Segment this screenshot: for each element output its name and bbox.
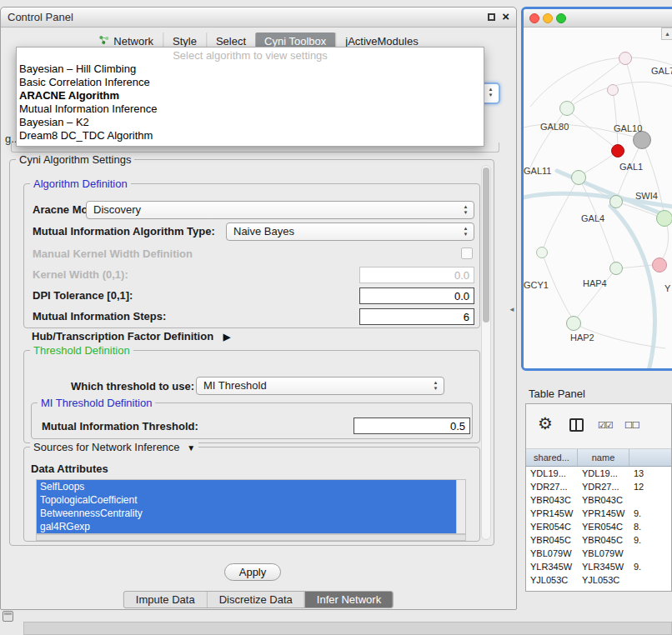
gear-icon[interactable]: ⚙ [538,413,553,433]
group-title: Cyni Algorithm Settings [16,153,134,166]
table-cell[interactable]: YBR043C [526,493,578,507]
attribute-item[interactable]: gal4RGexp [37,520,456,533]
table-cell[interactable]: YBR045C [578,533,629,547]
table-row[interactable]: YBR043CYBR043C [526,493,671,507]
algorithm-option[interactable]: Basic Correlation Inference [17,76,484,89]
table-cell[interactable]: 13 [629,467,671,480]
column-header[interactable]: name [578,449,629,466]
table-row[interactable]: YJL053CYJL053C [526,573,671,587]
attribute-item[interactable]: SelfLoops [37,480,456,493]
network-node[interactable] [571,170,586,185]
table-cell[interactable]: YPR145W [578,507,629,520]
panel-toggle-icon[interactable] [3,611,13,622]
table-row[interactable]: YER054CYER054C8. [526,520,671,533]
network-node[interactable] [607,84,619,96]
algorithm-option[interactable]: Dream8 DC_TDC Algorithm [17,129,484,142]
mi-steps-input[interactable] [359,308,474,325]
table-cell[interactable]: YLR345W [578,560,629,573]
network-node[interactable] [609,195,623,208]
kernel-width-input[interactable] [359,267,474,283]
network-node[interactable] [633,131,651,149]
which-threshold-combo[interactable]: MI Threshold ▲▼ [196,377,444,395]
collapse-triangle-icon[interactable]: ▼ [187,443,195,452]
close-icon[interactable]: × [502,9,509,23]
float-window-icon[interactable] [488,13,495,21]
algorithm-option[interactable]: Bayesian – Hill Climbing [17,62,484,76]
network-node[interactable] [536,247,548,258]
algorithm-option[interactable]: Bayesian – K2 [17,116,484,129]
network-node[interactable] [652,258,667,272]
network-node[interactable] [559,101,574,116]
scrollbar-up-arrow-icon[interactable]: ▲ [661,28,672,40]
table-cell[interactable]: 9. [629,507,671,520]
network-node[interactable] [566,316,581,331]
minimize-traffic-light-icon[interactable] [543,13,553,23]
network-node[interactable] [611,144,624,158]
network-node[interactable] [609,262,623,275]
bottom-status-strip [23,622,672,635]
table-cell[interactable]: YBR043C [578,493,629,507]
table-cell[interactable]: YLR345W [526,560,578,573]
scrollbar-thumb[interactable] [483,168,489,322]
table-cell[interactable]: YER054C [526,520,578,533]
splitter-handle-icon[interactable]: ◄ [509,306,515,313]
algorithm-option[interactable]: Mutual Information Inference [17,102,484,116]
combo-value: MI Threshold [203,379,267,392]
table-row[interactable]: YBL079WYBL079W [526,547,671,560]
table-cell[interactable]: YDR27... [526,480,578,493]
algorithm-option[interactable]: ARACNE Algorithm [17,89,484,102]
table-row[interactable]: YBR045CYBR045C9. [526,533,671,547]
table-cell[interactable]: 8. [629,520,671,533]
tab-impute-data[interactable]: Impute Data [124,592,207,608]
network-canvas[interactable]: ▲ GAL80GAL10GAL11GAL1SWI4GAL4GCY1HAP4HAP… [524,28,672,368]
sources-title: Sources for Network Inference [33,441,180,453]
table-cell[interactable]: YPR145W [526,507,578,520]
attribute-item[interactable]: TopologicalCoefficient [37,493,456,507]
clear-all-checkboxes-icon[interactable]: ☐☐ [624,420,639,431]
column-header[interactable] [629,449,671,466]
table-cell[interactable]: YBL079W [526,547,578,560]
table-cell[interactable]: YER054C [578,520,629,533]
table-cell[interactable] [629,493,671,507]
attribute-item[interactable]: BetweennessCentrality [37,507,456,520]
table-cell[interactable]: 12 [629,480,671,493]
table-cell[interactable] [629,573,671,587]
apply-button[interactable]: Apply [224,563,281,581]
column-header[interactable]: shared... [526,449,578,466]
list-vertical-scrollbar[interactable] [456,480,465,533]
table-cell[interactable]: 9. [629,533,671,547]
table-cell[interactable]: YDL19... [526,467,578,480]
table-cell[interactable]: 9. [629,560,671,573]
select-all-checkboxes-icon[interactable]: ☑☑ [598,420,613,431]
aracne-mode-combo[interactable]: Discovery ▲▼ [86,201,474,219]
network-node[interactable] [619,52,632,65]
zoom-traffic-light-icon[interactable] [556,13,566,23]
table-cell[interactable]: YBL079W [578,547,629,560]
list-horizontal-scrollbar[interactable] [36,534,466,541]
table-cell[interactable]: YDR27... [578,480,629,493]
network-window-titlebar[interactable] [524,9,672,28]
manual-kernel-width-checkbox[interactable] [461,248,473,259]
mi-threshold-input[interactable] [354,418,470,434]
column-chooser-icon[interactable] [569,418,584,432]
table-cell[interactable]: YJL053C [578,573,629,587]
table-row[interactable]: YDL19...YDL19...13 [526,467,671,480]
expand-triangle-icon[interactable]: ▶ [223,332,230,342]
dpi-tolerance-input[interactable] [359,288,474,304]
table-row[interactable]: YDR27...YDR27...12 [526,480,671,493]
tab-discretize-data[interactable]: Discretize Data [207,592,304,608]
table-cell[interactable]: YDL19... [578,467,629,480]
vertical-scrollbar[interactable] [481,165,491,540]
tab-infer-network[interactable]: Infer Network [304,592,393,608]
mi-algorithm-type-combo[interactable]: Naive Bayes ▲▼ [226,222,474,241]
data-attributes-list[interactable]: SelfLoopsTopologicalCoefficientBetweenne… [36,479,466,534]
control-panel-titlebar[interactable]: Control Panel × [1,8,516,28]
table-cell[interactable] [629,547,671,560]
table-cell[interactable]: YJL053C [526,573,578,587]
close-traffic-light-icon[interactable] [529,13,539,23]
table-cell[interactable]: YBR045C [526,533,578,547]
table-row[interactable]: YPR145WYPR145W9. [526,507,671,520]
hub-transcription-factor-section[interactable]: Hub/Transcription Factor Definition ▶ [32,330,230,342]
network-node[interactable] [656,210,672,227]
table-row[interactable]: YLR345WYLR345W9. [526,560,671,573]
